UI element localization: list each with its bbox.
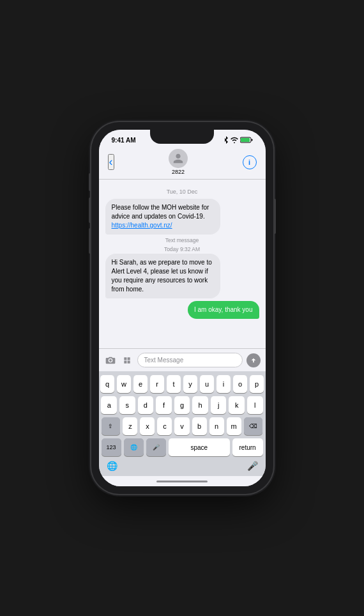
camera-icon (105, 356, 116, 365)
apps-button[interactable] (121, 355, 133, 366)
input-bar: Text Message (99, 348, 266, 371)
notch (150, 130, 214, 144)
volume-up-button[interactable] (89, 197, 91, 223)
keyboard-row-4: 123 🌐 🎤 space return (102, 438, 263, 456)
key-o[interactable]: o (233, 375, 247, 393)
camera-button[interactable] (104, 355, 117, 366)
moh-link[interactable]: https://health.govt.nz/ (112, 222, 172, 229)
back-button[interactable]: ‹ (108, 154, 114, 170)
battery-icon (240, 137, 253, 143)
outgoing-bubble-1: I am okay, thank you (188, 301, 259, 319)
key-e[interactable]: e (133, 375, 148, 393)
meta-label-text: Text message (105, 237, 259, 243)
key-i[interactable]: i (216, 375, 231, 393)
status-bar: 9:41 AM (99, 130, 266, 146)
key-a[interactable]: a (101, 396, 117, 414)
key-b[interactable]: b (192, 417, 207, 435)
key-r[interactable]: r (150, 375, 164, 393)
meta-label-time: Today 9:32 AM (105, 246, 259, 252)
key-c[interactable]: c (157, 417, 172, 435)
key-y[interactable]: y (183, 375, 197, 393)
bluetooth-icon (224, 136, 229, 144)
key-m[interactable]: m (227, 417, 241, 435)
message-row: Hi Sarah, as we prepare to move to Alert… (105, 254, 259, 298)
delete-key[interactable]: ⌫ (244, 417, 263, 435)
home-indicator (99, 476, 266, 486)
date-divider: Tue, 10 Dec (105, 189, 259, 195)
incoming-bubble-1: Please follow the MOH website for advice… (105, 199, 221, 235)
phone-frame: 9:41 AM ‹ (91, 122, 273, 494)
volume-down-button[interactable] (89, 228, 91, 254)
key-l[interactable]: l (247, 396, 263, 414)
message-input[interactable]: Text Message (137, 353, 243, 367)
key-q[interactable]: q (100, 375, 114, 393)
message-row: Please follow the MOH website for advice… (105, 199, 259, 235)
apps-icon (122, 356, 132, 365)
keyboard-row-2: a s d f g h j k l (102, 396, 263, 414)
svg-rect-2 (241, 138, 250, 142)
incoming-bubble-2: Hi Sarah, as we prepare to move to Alert… (105, 254, 221, 298)
key-w[interactable]: w (117, 375, 131, 393)
key-v[interactable]: v (174, 417, 189, 435)
send-icon (250, 357, 257, 364)
key-j[interactable]: j (211, 396, 227, 414)
globe-key[interactable]: 🌐 (124, 438, 144, 456)
key-x[interactable]: x (140, 417, 155, 435)
wifi-icon (231, 137, 238, 143)
key-s[interactable]: s (119, 396, 135, 414)
messages-area: Tue, 10 Dec Please follow the MOH websit… (99, 180, 266, 348)
key-u[interactable]: u (200, 375, 214, 393)
send-button[interactable] (246, 353, 261, 367)
key-f[interactable]: f (156, 396, 172, 414)
person-icon (172, 153, 184, 164)
keyboard-bottom: 🌐 🎤 (102, 459, 263, 475)
keyboard: q w e r t y u i o p a s d f g h j k l (99, 371, 266, 476)
contact-number: 2822 (172, 169, 185, 175)
globe-bottom-icon[interactable]: 🌐 (107, 461, 118, 471)
phone-screen: 9:41 AM ‹ (99, 130, 266, 486)
keyboard-row-3: ⇧ z x c v b n m ⌫ (102, 417, 263, 435)
status-time: 9:41 AM (112, 137, 136, 144)
key-g[interactable]: g (174, 396, 190, 414)
key-z[interactable]: z (123, 417, 137, 435)
home-bar (156, 481, 208, 482)
key-k[interactable]: k (229, 396, 245, 414)
power-button[interactable] (274, 199, 276, 234)
nav-bar: ‹ 2822 i (99, 146, 266, 180)
key-t[interactable]: t (167, 375, 181, 393)
avatar (169, 149, 188, 168)
space-key[interactable]: space (169, 438, 230, 456)
key-d[interactable]: d (138, 396, 154, 414)
svg-rect-1 (251, 139, 252, 141)
shift-key[interactable]: ⇧ (102, 417, 121, 435)
key-h[interactable]: h (192, 396, 208, 414)
status-icons (224, 136, 253, 144)
contact-info: 2822 (169, 149, 188, 175)
key-n[interactable]: n (209, 417, 224, 435)
keyboard-row-1: q w e r t y u i o p (102, 375, 263, 393)
message-row: I am okay, thank you (105, 301, 259, 319)
numbers-key[interactable]: 123 (102, 438, 121, 456)
key-p[interactable]: p (250, 375, 264, 393)
info-button[interactable]: i (243, 155, 257, 169)
mic-key[interactable]: 🎤 (146, 438, 166, 456)
mic-bottom-icon[interactable]: 🎤 (247, 461, 258, 471)
return-key[interactable]: return (232, 438, 263, 456)
